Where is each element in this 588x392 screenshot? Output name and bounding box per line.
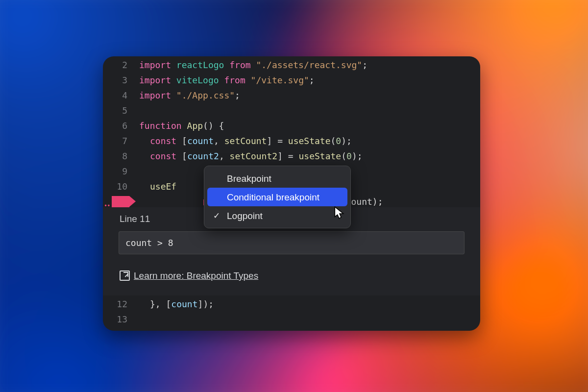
line-number[interactable]: 5 <box>103 103 139 118</box>
logpoint-expression-input[interactable]: count > 8 <box>119 231 465 254</box>
menu-item-conditional-breakpoint[interactable]: Conditional breakpoint <box>207 188 347 206</box>
line-number[interactable]: 7 <box>103 133 139 148</box>
line-number[interactable]: 13 <box>103 312 139 327</box>
code-line: 6 function App() { <box>103 118 480 133</box>
code-line: 12 }, [count]); <box>103 296 480 312</box>
code-text: const [count, setCount] = useState(0); <box>139 133 480 148</box>
menu-item-label: Breakpoint <box>227 171 271 186</box>
code-line: 13 <box>103 312 480 327</box>
code-line: 7 const [count, setCount] = useState(0); <box>103 133 480 148</box>
line-number[interactable]: 9 <box>103 164 139 179</box>
code-text: function App() { <box>139 118 480 133</box>
breakpoint-marker-icon[interactable] <box>112 196 136 207</box>
code-line: 8 const [count2, setCount2] = useState(0… <box>103 148 480 164</box>
check-icon: ✓ <box>213 208 220 223</box>
code-text: import "./App.css"; <box>139 88 480 103</box>
breakpoint-type-menu[interactable]: Breakpoint Conditional breakpoint ✓ Logp… <box>204 166 351 228</box>
line-number[interactable]: 6 <box>103 118 139 133</box>
menu-item-logpoint[interactable]: ✓ Logpoint <box>207 206 347 225</box>
code-text: const [count2, setCount2] = useState(0); <box>139 148 480 164</box>
code-text: }, [count]); <box>139 296 480 312</box>
code-area-continued[interactable]: 12 }, [count]); 13 <box>103 296 480 327</box>
line-number[interactable]: 3 <box>103 73 139 88</box>
learn-more-link[interactable]: Learn more: Breakpoint Types <box>120 268 258 283</box>
code-text: import viteLogo from "/vite.svg"; <box>139 73 480 88</box>
learn-more-label: Learn more: Breakpoint Types <box>134 268 258 283</box>
code-text: import reactLogo from "./assets/react.sv… <box>139 57 480 73</box>
code-line: 5 <box>103 103 480 118</box>
line-number[interactable]: 12 <box>103 296 139 312</box>
code-line: 4 import "./App.css"; <box>103 88 480 103</box>
code-line: 2 import reactLogo from "./assets/react.… <box>103 57 480 73</box>
line-number[interactable]: 4 <box>103 88 139 103</box>
menu-item-label: Conditional breakpoint <box>227 190 319 205</box>
external-link-icon <box>120 270 130 281</box>
line-number[interactable]: 2 <box>103 57 139 73</box>
menu-item-breakpoint[interactable]: Breakpoint <box>207 169 347 188</box>
line-number[interactable]: 10 <box>103 179 139 194</box>
code-editor-window: 2 import reactLogo from "./assets/react.… <box>103 56 480 331</box>
code-line: 3 import viteLogo from "/vite.svg"; <box>103 73 480 88</box>
menu-item-label: Logpoint <box>227 208 263 223</box>
line-number[interactable]: 8 <box>103 148 139 164</box>
